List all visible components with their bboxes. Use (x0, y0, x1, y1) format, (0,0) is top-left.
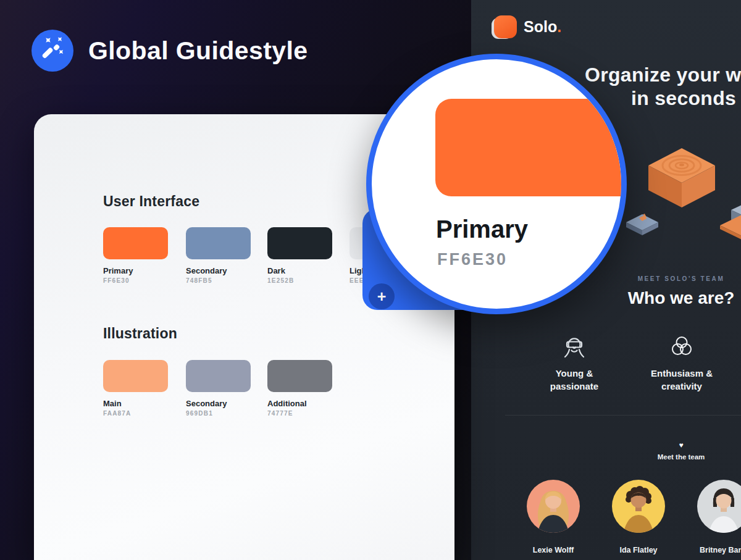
team-eyebrow: MEET SOLO'S TEAM (638, 275, 725, 282)
design-showcase: Solo. Organize your w in seconds (0, 0, 741, 560)
swatch-cell-secondary[interactable]: Secondary 748FB5 (186, 227, 251, 284)
platform-3d-illustration-right (720, 204, 741, 241)
swatch-cell-primary[interactable]: Primary FF6E30 (103, 227, 168, 284)
avatar (612, 480, 665, 533)
ripple-cube-3d-illustration (647, 147, 716, 209)
site-logo: Solo. (494, 15, 561, 38)
avatar-britney-illustration (697, 480, 741, 533)
magnified-swatch-name: Primary (436, 215, 528, 243)
member-name: Ida Flatley (619, 546, 657, 554)
hero-heading-line1: Organize your w (585, 64, 741, 86)
avatar (697, 480, 741, 533)
color-swatch[interactable] (103, 360, 168, 392)
logo-dot: . (557, 18, 561, 35)
vr-headset-icon (519, 333, 630, 361)
color-swatch[interactable] (267, 227, 332, 259)
color-swatch[interactable] (186, 360, 251, 392)
color-swatch[interactable] (186, 227, 251, 259)
feature-label: Enthusiasm & creativity (626, 367, 737, 393)
member-name: Lexie Wolff (533, 546, 574, 554)
swatch-cell-additional[interactable]: Additional 74777E (267, 360, 332, 417)
feature-young-passionate: Young & passionate (519, 333, 630, 393)
color-swatch[interactable] (267, 360, 332, 392)
feature-label: Young & passionate (519, 367, 630, 393)
avatar-ida-illustration (612, 480, 665, 533)
page-title: Global Guidestyle (88, 36, 308, 65)
section-heading-user-interface: User Interface (103, 193, 199, 210)
heart-icon: ♥ (679, 441, 683, 449)
magic-wand-icon (31, 30, 73, 72)
magnifier-lens[interactable]: Primary FF6E30 (366, 54, 627, 314)
swatch-cell-main[interactable]: Main FAA87A (103, 360, 168, 417)
hero-heading-line2: in seconds (631, 87, 736, 110)
magnified-color-swatch (435, 99, 627, 196)
magic-wand-badge (31, 30, 73, 72)
swatch-cell-dark[interactable]: Dark 1E252B (267, 227, 332, 284)
venn-diagram-icon (626, 333, 737, 361)
avatar-lexie-illustration (527, 480, 580, 533)
add-color-button[interactable]: + (369, 283, 395, 309)
member-name: Britney Barro (700, 546, 741, 554)
avatar (527, 480, 580, 533)
swatch-cell-ill-secondary[interactable]: Secondary 969DB1 (186, 360, 251, 417)
magnified-swatch-hex: FF6E30 (437, 250, 508, 269)
section-heading-illustration: Illustration (103, 325, 177, 342)
color-swatch[interactable] (103, 227, 168, 259)
meet-the-team-label: Meet the team (658, 453, 705, 461)
platform-3d-illustration-left (626, 211, 658, 239)
section-divider (505, 415, 741, 416)
feature-enthusiasm-creativity: Enthusiasm & creativity (626, 333, 737, 393)
team-heading: Who we are? (628, 288, 735, 308)
solo-logo-icon (494, 15, 517, 38)
site-logo-text: Solo. (524, 18, 561, 36)
